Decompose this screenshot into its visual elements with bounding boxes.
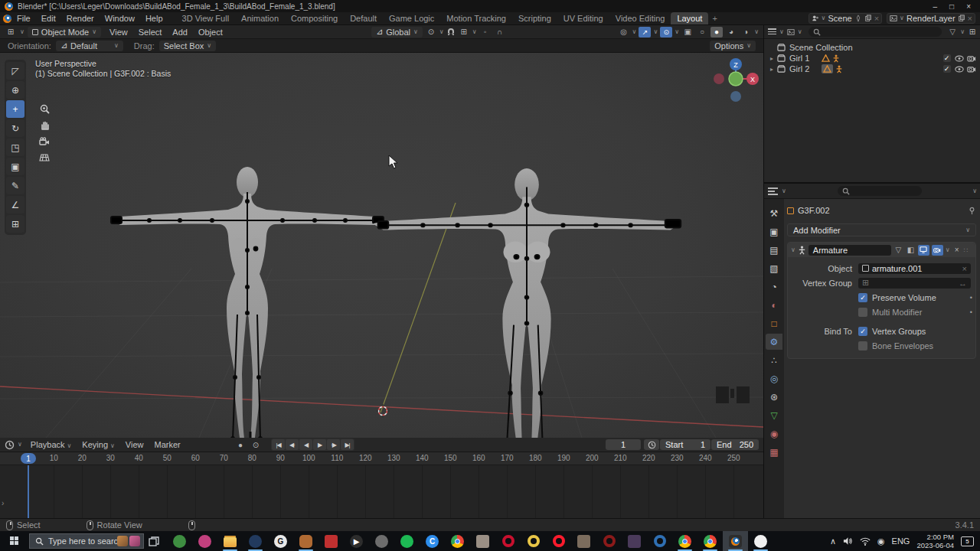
next-keyframe-button[interactable]: ·▶ [327,439,340,450]
collapse-chevron-icon[interactable]: ∨ [791,247,795,253]
taskbar-app-logitech-g[interactable]: G [268,531,293,551]
show-overlays-toggle[interactable]: ⊙ [660,27,672,37]
disable-render-camera-icon[interactable] [966,54,976,63]
expand-icon[interactable]: ▸ [769,55,775,62]
orientation-setting-dropdown[interactable]: ⊿ Default ∨ [56,41,123,51]
editor-type-outliner-icon[interactable] [768,28,776,35]
properties-tab-modifiers[interactable]: ⚙ [766,334,782,350]
properties-tab-physics[interactable]: ◎ [766,370,782,386]
navigation-gizmo[interactable]: Z X [708,53,763,168]
taskbar-app-chrome[interactable] [445,531,470,551]
play-reverse-button[interactable]: ◀ [299,439,312,450]
properties-tab-particles[interactable]: ∴ [766,352,782,368]
new-collection-button[interactable]: ⊞ [968,27,977,37]
disable-render-camera-icon[interactable] [966,64,976,73]
pan-hand-icon[interactable] [38,118,51,132]
task-view-button[interactable] [144,531,164,551]
zoom-icon[interactable] [38,102,51,116]
properties-tab-tool[interactable]: ⚒ [766,205,782,221]
viewport-menu-object[interactable]: Object [193,27,228,37]
shading-wireframe-button[interactable]: ○ [696,27,708,37]
gizmo-visibility-button[interactable]: ◎ [618,27,630,37]
timeline-ruler[interactable]: 1020304050607080901001101201301401501601… [0,452,763,465]
orientation-dropdown[interactable]: ⊿ Global ∨ [371,27,423,37]
preserve-volume-checkbox[interactable]: ✓ [858,293,867,302]
clear-object-icon[interactable]: × [962,264,967,273]
workspace-tab-default[interactable]: Default [344,12,383,24]
taskbar-app-app-red-d[interactable] [495,531,521,551]
properties-tab-output[interactable]: ▤ [766,242,782,258]
taskbar-app-spotify[interactable] [394,531,420,551]
remove-icon[interactable]: × [968,14,972,23]
timeline-track[interactable]: › [0,465,763,518]
figure-girl-1[interactable] [111,167,384,438]
current-frame-field[interactable]: 1 [606,439,641,450]
xray-toggle[interactable]: ▣ [681,27,694,37]
render-layer-selector[interactable]: ∨ RenderLayer × [887,13,975,24]
outliner-row-girl-1[interactable]: ▸ Girl 1 ✓ [766,53,979,64]
taskbar-app-app-blue-c[interactable]: C [420,531,445,551]
timeline-menu-playback[interactable]: Playback∨ [25,439,77,450]
modifier-remove-button[interactable]: × [952,245,962,256]
modifier-realtime-display-toggle[interactable] [918,245,929,256]
properties-tab-render[interactable]: ▣ [766,223,782,240]
proportional-editing-button[interactable]: ◦ [479,27,492,37]
drag-setting-dropdown[interactable]: Select Box ∨ [159,41,216,51]
snap-with-button[interactable]: ⊞ [458,27,470,37]
frame-start-field[interactable]: Start 1 [660,439,710,450]
taskbar-app-photos-app[interactable] [571,531,596,551]
menu-window[interactable]: Window [100,13,140,24]
close-button[interactable]: × [966,2,971,11]
options-dropdown[interactable]: Options ∨ [710,41,756,51]
tool-move[interactable]: + [6,100,24,118]
timeline-menu-keying[interactable]: Keying∨ [77,439,120,450]
start-button[interactable] [0,531,29,551]
copy-icon[interactable] [864,15,872,22]
editor-type-timeline-icon[interactable] [5,440,15,450]
taskbar-app-steam[interactable] [243,531,268,551]
editor-type-3d-viewport-icon[interactable]: ⊞ [5,27,17,37]
viewport-menu-view[interactable]: View [104,27,133,37]
playhead-current-frame-badge[interactable]: 1 [21,453,36,464]
timeline-menu-view[interactable]: View [120,439,149,450]
clock[interactable]: 2:00 PM 2023-06-04 [916,533,954,549]
mesh-data-icon[interactable] [822,54,830,62]
auto-keying-record-button[interactable]: ● [234,439,247,450]
editor-type-properties-icon[interactable] [768,187,778,195]
mesh-data-icon[interactable] [823,65,831,73]
menu-edit[interactable]: Edit [36,13,61,24]
tool-transform[interactable]: ▣ [6,158,24,175]
copy-icon[interactable] [958,15,965,22]
menu-render[interactable]: Render [61,13,100,24]
perspective-toggle-icon[interactable] [38,151,51,165]
drag-handle-icon[interactable]: ∷ [964,246,969,254]
taskbar-app-opera[interactable] [546,531,571,551]
properties-tab-object-data[interactable]: ▽ [766,407,782,423]
taskbar-app-blender[interactable] [723,531,748,551]
keyboard-layout-icon[interactable]: ◉ [877,536,885,546]
pin-id-icon[interactable] [968,207,976,215]
tool-annotate[interactable]: ✎ [6,177,24,194]
outliner-row-scene-collection[interactable]: Scene Collection [766,42,979,53]
multi-modifier-checkbox[interactable] [858,308,867,317]
object-field[interactable]: armature.001 × [858,263,971,274]
shading-rendered-button[interactable]: ◑ [740,27,752,37]
workspace-tab-scripting[interactable]: Scripting [512,12,557,24]
workspace-tab-video-editing[interactable]: Video Editing [609,12,671,24]
jump-to-end-button[interactable]: ▶| [341,439,354,450]
camera-view-icon[interactable] [38,135,51,148]
expand-icon[interactable]: ▸ [769,66,775,73]
display-mode-icon[interactable] [787,28,795,36]
armature-icon[interactable] [832,54,840,63]
taskbar-app-app-red[interactable] [318,531,344,551]
maximize-button[interactable]: □ [949,2,954,11]
properties-tab-scene[interactable]: ◔ [766,279,782,295]
keying-set-icon[interactable]: ⊙ [250,439,262,450]
armature-icon[interactable] [835,65,843,73]
tool-select-box[interactable]: ◸ [6,62,24,80]
properties-tab-view-layer[interactable]: ▧ [766,260,782,276]
taskbar-app-app-purple[interactable] [622,531,647,551]
falloff-curve-button[interactable]: ∩ [494,27,506,37]
taskbar-app-app-bust[interactable] [470,531,495,551]
playhead-line[interactable] [28,465,29,518]
